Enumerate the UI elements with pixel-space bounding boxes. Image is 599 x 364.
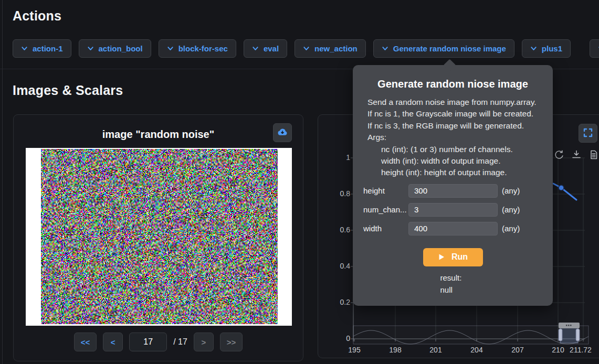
image-panel: image "random noise" << < / 17 > >>	[13, 114, 303, 361]
cloud-download-icon	[277, 126, 288, 140]
y-tick-label: 0.6	[329, 226, 350, 234]
action-button-label: Generate random niose image	[393, 44, 506, 53]
description-line: If nc is 3, the RGB image will be genera…	[367, 120, 553, 132]
height-input[interactable]	[408, 184, 498, 198]
action-button-action-bool[interactable]: action_bool	[79, 39, 151, 58]
chevron-down-icon	[530, 45, 537, 52]
chevron-down-icon	[252, 45, 259, 52]
image-panel-title: image "random noise"	[14, 129, 303, 141]
next-page-button[interactable]: >	[194, 333, 214, 351]
last-page-button[interactable]: >>	[220, 333, 243, 351]
result-block: result: null	[440, 272, 466, 305]
action-button-block-for-sec[interactable]: block-for-sec	[159, 39, 236, 58]
width-input[interactable]	[408, 222, 498, 235]
action-button-label: block-for-sec	[178, 44, 228, 53]
action-button-label: action_bool	[99, 44, 143, 53]
y-tick-label: 1	[329, 153, 350, 162]
random-noise-image	[41, 149, 278, 324]
refresh-icon[interactable]	[554, 149, 564, 160]
action-button-label: new_action	[314, 44, 358, 53]
chevron-down-icon	[21, 45, 28, 52]
play-icon	[438, 253, 445, 261]
scalar-line-series	[553, 184, 576, 200]
action-button-label: action-1	[33, 44, 63, 53]
image-pagination: << < / 17 > >>	[14, 333, 303, 351]
datazoom-right-handle[interactable]	[576, 329, 580, 341]
datazoom-slider[interactable]	[353, 326, 589, 344]
field-row-height: height (any)	[363, 184, 553, 198]
actions-heading: Actions	[13, 8, 61, 24]
field-row-width: width (any)	[363, 222, 553, 235]
description-line: height (int): height of output image.	[367, 167, 553, 178]
x-tick-label: 195	[338, 346, 371, 354]
description-line: If nc is 1, the Grayscale image will be …	[367, 108, 553, 120]
result-label: result:	[440, 272, 466, 284]
action-button-label: eval	[264, 44, 279, 53]
fullscreen-button[interactable]	[579, 124, 597, 143]
field-row-num-channels: num_chan... (any)	[363, 203, 553, 217]
chevron-down-icon	[167, 45, 174, 52]
popup-description: Send a random noise image from numpy.arr…	[367, 97, 553, 179]
num-channels-input[interactable]	[408, 203, 498, 217]
chevron-down-icon	[87, 45, 94, 52]
images-scalars-heading: Images & Scalars	[13, 83, 123, 98]
run-button-label: Run	[451, 252, 468, 262]
action-button-eval[interactable]: eval	[244, 39, 287, 58]
scalar-data-point[interactable]	[559, 185, 564, 190]
download-icon[interactable]	[571, 149, 582, 160]
description-line: nc (int): (1 or 3) number of channels.	[367, 144, 553, 155]
x-tick-label: 211.72	[564, 346, 597, 354]
action-button-plus1[interactable]: plus1	[522, 39, 571, 58]
field-type-hint: (any)	[502, 186, 520, 195]
chart-toolbox	[554, 149, 599, 160]
fullscreen-icon	[583, 127, 593, 140]
x-tick-label: 201	[419, 346, 453, 354]
description-line: Args:	[367, 132, 553, 143]
result-value: null	[440, 284, 466, 296]
page-total-label: / 17	[173, 337, 187, 347]
action-button-partial[interactable]	[590, 39, 599, 58]
data-view-icon[interactable]	[589, 149, 599, 160]
field-label: num_chan...	[363, 205, 408, 214]
actions-toolbar: action-1 action_bool block-for-sec eval …	[13, 39, 571, 58]
popup-title: Generate random niose image	[353, 78, 553, 90]
noise-image-figure	[26, 148, 292, 326]
action-button-new-action[interactable]: new_action	[295, 39, 366, 58]
run-button[interactable]: Run	[423, 248, 483, 266]
description-line: Send a random noise image from numpy.arr…	[367, 97, 553, 108]
y-tick-label: 0.8	[329, 189, 350, 198]
datazoom-left-handle[interactable]	[559, 329, 562, 341]
y-tick-label: 0.4	[329, 262, 350, 270]
page-number-input[interactable]	[129, 333, 167, 351]
field-label: height	[363, 186, 408, 195]
description-line: width (int): width of output image.	[367, 155, 553, 167]
y-tick-label: 0.2	[329, 298, 350, 306]
action-button-generate-random-niose-image[interactable]: Generate random niose image	[373, 39, 514, 58]
action-run-popup: Generate random niose image Send a rando…	[353, 65, 553, 306]
first-page-button[interactable]: <<	[74, 333, 97, 351]
datazoom-selected-window[interactable]	[560, 327, 578, 343]
action-button-action-1[interactable]: action-1	[13, 39, 71, 58]
action-button-label: plus1	[542, 44, 562, 53]
popup-arrow	[443, 59, 456, 71]
x-tick-label: 198	[379, 346, 412, 354]
left-edge-divider	[2, 0, 3, 364]
x-tick-label: 207	[501, 346, 534, 354]
prev-page-button[interactable]: <	[103, 333, 123, 351]
chevron-down-icon	[303, 45, 310, 52]
chevron-down-icon	[382, 45, 388, 52]
x-tick-label: 204	[460, 346, 493, 354]
cloud-download-button[interactable]	[273, 123, 292, 142]
field-type-hint: (any)	[502, 224, 520, 233]
field-label: width	[363, 224, 408, 233]
y-tick-label: 0	[329, 334, 350, 342]
field-type-hint: (any)	[502, 205, 520, 214]
